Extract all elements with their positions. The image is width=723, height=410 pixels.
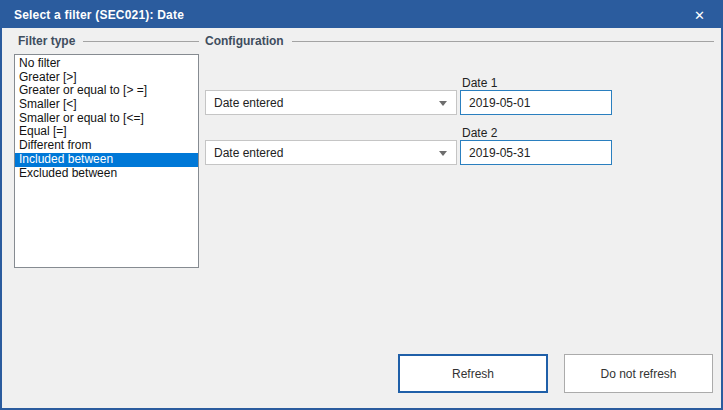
group-rule [292,41,714,42]
close-icon[interactable]: ✕ [690,7,709,24]
chevron-down-icon [439,101,447,106]
filter-type-option[interactable]: Included between [15,153,198,167]
filter-type-option[interactable]: Different from [15,139,198,153]
filter-type-label: Filter type [18,34,75,48]
date-type-dropdown-1[interactable]: Date entered [205,90,457,115]
date-2-label: Date 2 [462,126,497,140]
filter-type-option[interactable]: Smaller [<] [15,98,198,112]
dropdown-value: Date entered [214,96,283,110]
filter-type-option[interactable]: Equal [=] [15,125,198,139]
filter-dialog: Select a filter (SEC021): Date ✕ Filter … [0,0,723,410]
configuration-group-header: Configuration [205,34,714,48]
do-not-refresh-button[interactable]: Do not refresh [564,354,713,393]
date-1-label: Date 1 [462,76,497,90]
filter-type-option[interactable]: Greater or equal to [> =] [15,84,198,98]
filter-type-option[interactable]: No filter [15,57,198,71]
dialog-title: Select a filter (SEC021): Date [14,8,184,22]
date-2-input[interactable] [460,140,612,165]
title-bar: Select a filter (SEC021): Date ✕ [2,2,721,28]
filter-type-option[interactable]: Smaller or equal to [<=] [15,112,198,126]
group-rule [83,41,199,42]
refresh-button[interactable]: Refresh [398,354,548,393]
configuration-label: Configuration [205,34,284,48]
filter-type-option[interactable]: Excluded between [15,167,198,181]
dropdown-value: Date entered [214,146,283,160]
date-1-input[interactable] [460,90,612,115]
filter-type-group-header: Filter type [18,34,199,48]
chevron-down-icon [439,151,447,156]
date-type-dropdown-2[interactable]: Date entered [205,140,457,165]
filter-type-listbox[interactable]: No filter Greater [>] Greater or equal t… [14,54,199,268]
filter-type-option[interactable]: Greater [>] [15,71,198,85]
